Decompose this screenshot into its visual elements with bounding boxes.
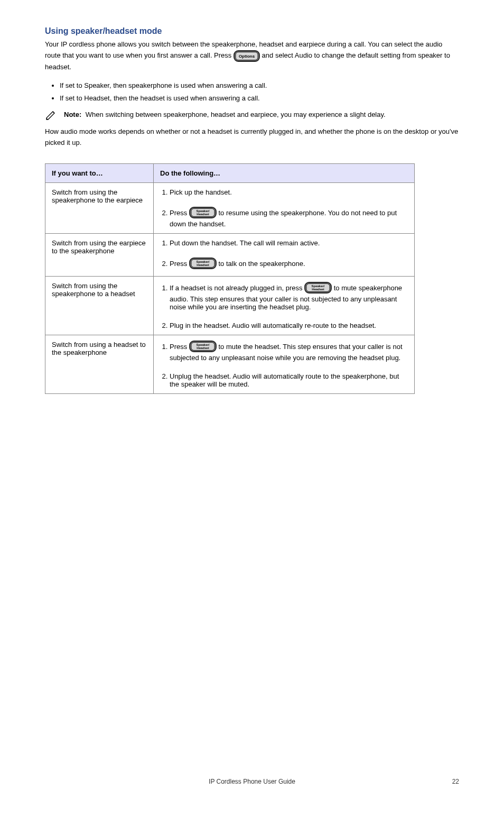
step-text-a: If a headset is not already plugged in, …	[170, 284, 304, 292]
table-row: Switch from using the speakerphone to a …	[45, 276, 415, 335]
step-item: Put down the handset. The call will rema…	[170, 239, 408, 247]
table-cell-right: Put down the handset. The call will rema…	[154, 233, 415, 276]
svg-text:Headset: Headset	[197, 263, 209, 267]
note-text: Note: When switching between speakerphon…	[64, 109, 386, 120]
step-text-b: to talk on the speakerphone.	[218, 260, 305, 268]
note-label: Note:	[64, 111, 83, 118]
table-row: Switch from using a headset to the speak…	[45, 335, 415, 393]
options-button-icon: Options	[234, 50, 260, 62]
svg-text:Headset: Headset	[197, 213, 209, 216]
speaker-headset-button-icon: Speaker/ Headset	[304, 282, 332, 295]
svg-line-3	[53, 112, 54, 113]
step-item: Plug in the headset. Audio will automati…	[170, 322, 408, 329]
note-body: When switching between speakerphone, hea…	[86, 111, 386, 118]
table-header-left: If you want to…	[45, 163, 154, 182]
svg-marker-4	[46, 118, 48, 120]
options-button-label: Options	[239, 54, 255, 59]
footer-page-number: 22	[452, 778, 459, 785]
instruction-table-wrap: If you want to… Do the following… Switch…	[45, 163, 459, 394]
speaker-headset-button-icon: Speaker/ Headset	[189, 258, 217, 271]
step-item: If a headset is not already plugged in, …	[170, 282, 408, 311]
step-text-a: Press	[170, 343, 189, 351]
svg-text:Headset: Headset	[197, 346, 209, 350]
table-cell-right: Pick up the handset. Press Speaker/ Head…	[154, 182, 415, 233]
list-item: If set to Speaker, then speakerphone is …	[60, 80, 459, 91]
table-cell-right: Press Speaker/ Headset to	[154, 335, 415, 393]
audio-mode-list: If set to Speaker, then speakerphone is …	[45, 80, 459, 105]
step-text-a: Press	[170, 260, 189, 268]
instruction-table: If you want to… Do the following… Switch…	[45, 163, 415, 394]
note-block: Note: When switching between speakerphon…	[45, 109, 459, 121]
step-item: Press Speaker/ Headset to	[170, 258, 408, 271]
speaker-headset-button-icon: Speaker/ Headset	[189, 207, 217, 220]
table-cell-left: Switch from using the speakerphone to th…	[45, 182, 154, 233]
table-cell-left: Switch from using the speakerphone to a …	[45, 276, 154, 335]
table-cell-left: Switch from using the earpiece to the sp…	[45, 233, 154, 276]
svg-marker-2	[46, 112, 54, 120]
context-paragraph: How audio mode works depends on whether …	[45, 126, 459, 149]
table-row: Switch from using the earpiece to the sp…	[45, 233, 415, 276]
speaker-headset-button-icon: Speaker/ Headset	[189, 341, 217, 354]
intro-paragraph: Your IP cordless phone allows you switch…	[45, 39, 459, 73]
step-item: Press Speaker/ Headset to	[170, 207, 408, 228]
table-row: Switch from using the speakerphone to th…	[45, 182, 415, 233]
table-cell-left: Switch from using a headset to the speak…	[45, 335, 154, 393]
step-item: Pick up the handset.	[170, 188, 408, 196]
table-cell-right: If a headset is not already plugged in, …	[154, 276, 415, 335]
table-header-right: Do the following…	[154, 163, 415, 182]
pencil-icon	[45, 109, 57, 121]
step-item: Unplug the headset. Audio will automatic…	[170, 372, 408, 388]
step-item: Press Speaker/ Headset to	[170, 341, 408, 362]
list-item: If set to Headset, then the headset is u…	[60, 93, 459, 104]
section-heading: Using speaker/headset mode	[45, 26, 459, 36]
step-text-a: Press	[170, 209, 189, 217]
document-page: Using speaker/headset mode Your IP cordl…	[0, 0, 504, 817]
svg-text:Headset: Headset	[312, 288, 324, 291]
footer-title: IP Cordless Phone User Guide	[0, 778, 504, 785]
